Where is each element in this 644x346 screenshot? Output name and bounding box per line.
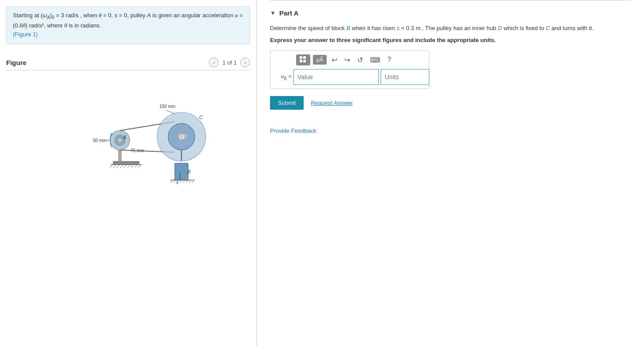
redo-button[interactable]: ↪ <box>342 55 352 65</box>
svg-line-45 <box>192 180 194 183</box>
svg-line-42 <box>183 180 185 183</box>
svg-text:B: B <box>187 169 190 174</box>
svg-text:C: C <box>199 115 203 120</box>
svg-line-43 <box>186 180 188 183</box>
svg-line-5 <box>120 165 123 168</box>
svg-point-33 <box>181 156 182 158</box>
figure-diagram: A 50 mm 75 mm <box>44 75 212 190</box>
top-divider <box>270 0 631 0</box>
problem-statement: Starting at (ωA)0 = 3 rad/s , when θ = 0… <box>6 6 250 44</box>
svg-line-8 <box>131 165 134 168</box>
refresh-button[interactable]: ↺ <box>355 55 365 65</box>
keyboard-button[interactable]: ⌨ <box>368 55 382 65</box>
svg-text:50 mm: 50 mm <box>93 138 107 143</box>
figure-nav: ‹ 1 of 1 › <box>209 58 250 67</box>
answer-toolbar: μÅ ↩ ↪ ↺ ⌨ ? <box>274 54 425 65</box>
part-header: ▼ Part A <box>270 9 631 17</box>
feedback-link[interactable]: Provide Feedback <box>270 127 631 134</box>
svg-line-29 <box>166 110 175 114</box>
svg-line-9 <box>135 165 138 168</box>
svg-text:D: D <box>183 134 186 139</box>
instruction-text: Express your answer to three significant… <box>270 37 631 43</box>
right-panel: ▼ Part A Determine the speed of block B … <box>257 0 644 346</box>
svg-rect-51 <box>303 60 306 62</box>
mu-label: μÅ <box>316 57 323 63</box>
svg-line-44 <box>189 180 191 183</box>
svg-text:A: A <box>123 135 126 140</box>
help-button[interactable]: ? <box>385 55 393 65</box>
figure-image-area: A 50 mm 75 mm <box>6 75 250 190</box>
figure-header: Figure ‹ 1 of 1 › <box>6 58 250 70</box>
svg-text:150 mm: 150 mm <box>159 104 175 109</box>
svg-line-2 <box>110 165 113 168</box>
question-text-1: Determine the speed of block B when it h… <box>270 24 631 33</box>
svg-line-6 <box>124 165 127 168</box>
svg-line-4 <box>117 165 120 168</box>
vb-label: vB = <box>274 73 292 81</box>
figure-reference[interactable]: (Figure 1) <box>13 31 38 38</box>
part-title: Part A <box>279 9 299 17</box>
mu-button[interactable]: μÅ <box>313 55 327 65</box>
svg-line-41 <box>180 180 182 183</box>
svg-line-39 <box>174 180 176 183</box>
svg-rect-48 <box>300 56 302 59</box>
svg-line-7 <box>127 165 131 168</box>
answer-box: μÅ ↩ ↪ ↺ ⌨ ? vB = <box>270 50 429 89</box>
svg-line-38 <box>170 180 173 183</box>
svg-line-10 <box>138 165 141 168</box>
svg-point-32 <box>181 154 182 155</box>
undo-button[interactable]: ↩ <box>329 55 339 65</box>
matrix-button[interactable] <box>296 54 310 65</box>
action-row: Submit Request Answer <box>270 96 631 110</box>
problem-text: Starting at (ωA)0 = 3 rad/s , when θ = 0… <box>13 12 243 29</box>
input-row: vB = <box>274 69 425 85</box>
svg-text:s: s <box>176 180 178 185</box>
svg-rect-0 <box>113 161 139 165</box>
svg-point-15 <box>118 138 122 142</box>
svg-rect-50 <box>300 60 302 62</box>
figure-section: Figure ‹ 1 of 1 › <box>0 58 256 190</box>
value-input[interactable] <box>293 69 379 85</box>
submit-button[interactable]: Submit <box>270 96 304 110</box>
svg-rect-49 <box>303 56 306 59</box>
svg-point-31 <box>181 152 182 153</box>
left-panel: Starting at (ωA)0 = 3 rad/s , when θ = 0… <box>0 0 257 346</box>
figure-prev-button[interactable]: ‹ <box>209 58 219 67</box>
units-input[interactable] <box>381 69 429 85</box>
figure-next-button[interactable]: › <box>240 58 250 67</box>
matrix-icon <box>300 56 307 64</box>
collapse-arrow-icon[interactable]: ▼ <box>270 10 276 16</box>
svg-line-3 <box>113 165 116 168</box>
request-answer-button[interactable]: Request Answer <box>311 100 353 106</box>
figure-title: Figure <box>6 59 27 66</box>
figure-page-label: 1 of 1 <box>222 59 237 66</box>
svg-rect-35 <box>175 163 188 180</box>
svg-point-34 <box>181 158 182 160</box>
